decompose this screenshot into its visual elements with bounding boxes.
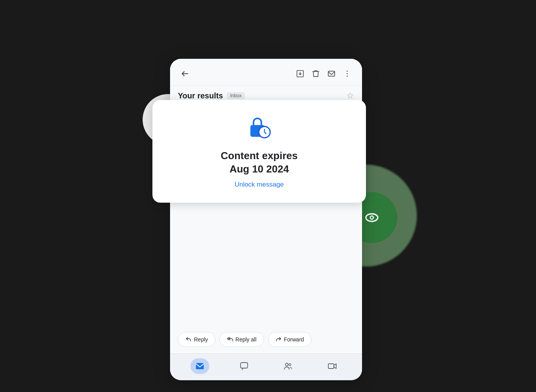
svg-point-7: [347, 71, 348, 72]
reply-all-icon: [227, 336, 233, 343]
svg-rect-11: [241, 363, 248, 368]
svg-rect-14: [328, 364, 334, 368]
reply-icon: [185, 336, 192, 343]
expiry-card: Content expires Aug 10 2024 Unlock messa…: [152, 100, 366, 203]
expiry-text: Content expires Aug 10 2024: [221, 149, 298, 176]
forward-icon: [275, 336, 282, 343]
expiry-icon: [246, 114, 273, 142]
svg-point-13: [289, 364, 291, 366]
header-right: [293, 67, 354, 81]
download-icon: [296, 69, 304, 78]
delete-button[interactable]: [309, 67, 323, 81]
download-button[interactable]: [293, 67, 307, 81]
svg-point-8: [347, 73, 348, 74]
svg-point-4: [371, 216, 373, 218]
forward-button[interactable]: Forward: [268, 332, 311, 347]
bottom-nav: [170, 353, 362, 380]
reply-all-label: Reply all: [235, 336, 257, 343]
nav-video-icon: [328, 361, 337, 371]
nav-meet[interactable]: [279, 358, 297, 374]
back-arrow-icon: [181, 69, 189, 78]
svg-point-9: [347, 76, 348, 77]
reply-button[interactable]: Reply: [178, 332, 215, 347]
mail-icon: [327, 69, 336, 78]
inbox-badge: Inbox: [227, 92, 244, 99]
email-header: [170, 59, 362, 86]
back-button[interactable]: [178, 67, 192, 81]
expiry-line2: Aug 10 2024: [230, 163, 289, 175]
nav-video[interactable]: [323, 358, 342, 374]
email-subject: Your results: [178, 91, 223, 100]
eye-icon: [362, 207, 382, 228]
more-icon: [343, 69, 351, 78]
svg-point-12: [286, 363, 288, 366]
nav-chat[interactable]: [235, 358, 254, 374]
unlock-link[interactable]: Unlock message: [235, 181, 284, 189]
delete-icon: [311, 69, 320, 78]
reply-label: Reply: [194, 336, 208, 343]
svg-rect-10: [196, 363, 204, 369]
svg-rect-6: [328, 71, 335, 76]
mark-unread-button[interactable]: [324, 67, 339, 81]
expiry-icon-container: [246, 114, 273, 142]
subject-left: Your results Inbox: [178, 91, 245, 100]
nav-meet-icon: [283, 361, 293, 371]
nav-chat-icon: [239, 361, 249, 371]
action-buttons: Reply Reply all Forward: [170, 326, 362, 353]
more-options-button[interactable]: [340, 67, 354, 81]
star-button[interactable]: ☆: [346, 91, 354, 101]
main-scene: Your results Inbox ☆ Hi Kim, To view you…: [131, 35, 405, 357]
nav-mail-icon: [195, 361, 205, 371]
reply-all-button[interactable]: Reply all: [219, 332, 264, 347]
forward-label: Forward: [284, 336, 304, 343]
expiry-line1: Content expires: [221, 150, 298, 162]
nav-mail[interactable]: [190, 358, 209, 374]
header-left: [178, 67, 192, 81]
